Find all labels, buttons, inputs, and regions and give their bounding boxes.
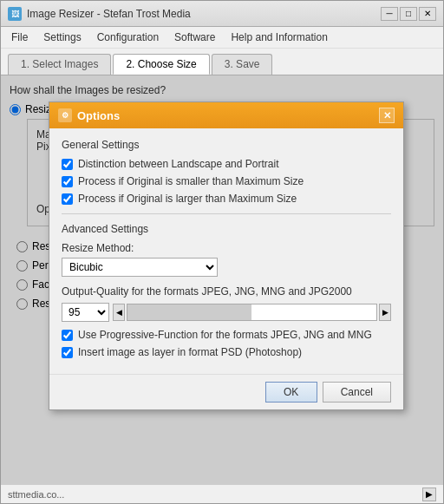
dialog-content: General Settings Distinction between Lan…: [49, 128, 403, 374]
cancel-button[interactable]: Cancel: [323, 382, 391, 403]
minimize-button[interactable]: ─: [381, 7, 398, 21]
checkbox-progressive: Use Progressive-Function for the formats…: [62, 329, 391, 341]
checkbox-smaller: Process if Original is smaller than Maxi…: [62, 175, 391, 187]
quality-label: Output-Quality for the formats JPEG, JNG…: [62, 285, 391, 298]
checkbox-insert-layer-input[interactable]: [62, 347, 73, 358]
status-bar: sttmedia.co... ▶: [1, 484, 443, 503]
tab-choose-size[interactable]: 2. Choose Size: [113, 54, 209, 75]
dialog-icon-glyph: ⚙: [62, 111, 69, 120]
resize-method-select[interactable]: Bicubic Bilinear Nearest Neighbor Lanczo…: [62, 258, 218, 277]
dialog-icon: ⚙: [58, 108, 72, 122]
checkbox-smaller-input[interactable]: [62, 176, 73, 187]
main-window: 🖼 Image Resizer - Stefan Trost Media ─ □…: [0, 0, 444, 504]
checkbox-landscape-input[interactable]: [62, 159, 73, 170]
menu-software[interactable]: Software: [167, 29, 222, 46]
checkbox-insert-layer-label: Insert image as layer in format PSD (Pho…: [78, 346, 302, 358]
menu-settings[interactable]: Settings: [36, 29, 88, 46]
checkbox-larger-label: Process if Original is larger than Maxim…: [78, 193, 297, 205]
maximize-button[interactable]: □: [400, 7, 417, 21]
menu-file[interactable]: File: [4, 29, 35, 46]
slider-left-arrow[interactable]: ◀: [113, 304, 125, 321]
menu-bar: File Settings Configuration Software Hel…: [1, 27, 443, 49]
checkbox-larger-input[interactable]: [62, 193, 73, 205]
dialog-title-left: ⚙ Options: [58, 108, 120, 122]
tab-bar: 1. Select Images 2. Choose Size 3. Save: [1, 49, 443, 75]
resize-method-label: Resize Method:: [62, 242, 391, 254]
ok-button[interactable]: OK: [265, 382, 317, 403]
status-arrow-button[interactable]: ▶: [422, 488, 436, 501]
title-controls: ─ □ ✕: [381, 7, 436, 21]
tab-save[interactable]: 3. Save: [212, 54, 273, 75]
checkbox-progressive-input[interactable]: [62, 330, 73, 341]
window-title: Image Resizer - Stefan Trost Media: [27, 8, 191, 20]
title-bar-left: 🖼 Image Resizer - Stefan Trost Media: [8, 7, 191, 21]
general-settings-title: General Settings: [62, 139, 391, 151]
menu-configuration[interactable]: Configuration: [90, 29, 166, 46]
options-dialog: ⚙ Options ✕ General Settings Distinction…: [49, 101, 404, 410]
dialog-title-text: Options: [77, 109, 120, 122]
checkbox-landscape-label: Distinction between Landscape and Portra…: [78, 158, 278, 170]
close-button[interactable]: ✕: [419, 7, 436, 21]
quality-slider-container: ◀ ▶: [113, 304, 391, 321]
checkbox-landscape: Distinction between Landscape and Portra…: [62, 158, 391, 170]
menu-help[interactable]: Help and Information: [224, 29, 334, 46]
dialog-divider: [62, 213, 391, 214]
checkbox-insert-layer: Insert image as layer in format PSD (Pho…: [62, 346, 391, 358]
dialog-close-button[interactable]: ✕: [379, 108, 395, 123]
status-text: sttmedia.co...: [8, 489, 64, 500]
quality-select[interactable]: 95 85 75: [62, 303, 109, 322]
quality-slider-track[interactable]: [127, 304, 377, 321]
main-content: How shall the Images be resized? Resize …: [1, 75, 443, 484]
dialog-footer: OK Cancel: [49, 374, 403, 409]
app-icon: 🖼: [8, 7, 22, 21]
dialog-title-bar: ⚙ Options ✕: [49, 102, 403, 128]
checkbox-larger: Process if Original is larger than Maxim…: [62, 193, 391, 205]
tab-select-images[interactable]: 1. Select Images: [8, 54, 111, 75]
checkbox-progressive-label: Use Progressive-Function for the formats…: [78, 329, 372, 341]
advanced-settings-title: Advanced Settings: [62, 223, 391, 235]
slider-right-arrow[interactable]: ▶: [379, 304, 391, 321]
title-bar: 🖼 Image Resizer - Stefan Trost Media ─ □…: [1, 1, 443, 27]
checkbox-smaller-label: Process if Original is smaller than Maxi…: [78, 175, 304, 187]
quality-row: 95 85 75 ◀ ▶: [62, 303, 391, 322]
